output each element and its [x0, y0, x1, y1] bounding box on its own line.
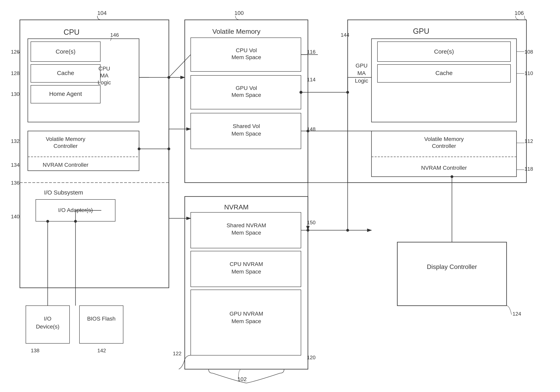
cpu-ma-logic-label: CPU	[98, 66, 110, 72]
ref-134: 134	[11, 162, 20, 168]
ref-108: 108	[524, 49, 533, 55]
ref-116: 116	[307, 49, 315, 55]
cpu-vol-mem-space-label2: Mem Space	[231, 54, 261, 60]
cpu-vol-mem-space-label: CPU Vol	[236, 47, 257, 53]
svg-point-51	[46, 220, 49, 223]
gpu-vol-mem-space-label2: Mem Space	[231, 92, 261, 98]
io-subsystem-label: I/O Subsystem	[44, 189, 83, 196]
cpu-cache-label: Cache	[57, 70, 74, 76]
ref-100: 100	[234, 10, 244, 16]
ref-124: 124	[512, 311, 521, 317]
svg-rect-27	[397, 242, 507, 306]
ref-128: 128	[11, 70, 20, 76]
gpu-ma-logic-label3: Logic	[355, 78, 368, 84]
shared-nvram-mem-space-label: Shared NVRAM	[226, 222, 266, 229]
ref-138: 138	[31, 348, 39, 354]
ref-144: 144	[341, 32, 349, 38]
svg-rect-12	[80, 306, 123, 343]
ref-120: 120	[307, 354, 315, 360]
gpu-nvram-mem-space-label2: Mem Space	[231, 318, 261, 324]
shared-vol-mem-space-label2: Mem Space	[231, 131, 261, 137]
ref-146: 146	[110, 32, 119, 38]
svg-point-49	[450, 175, 453, 178]
ref-114: 114	[307, 76, 315, 83]
shared-vol-mem-space-label: Shared Vol	[233, 123, 260, 129]
gpu-vol-mem-ctrl-label2: Controller	[432, 143, 456, 149]
ref-112: 112	[524, 138, 533, 144]
display-controller-label: Display Controller	[427, 263, 477, 270]
shared-nvram-mem-space-label2: Mem Space	[231, 230, 261, 236]
gpu-vol-mem-ctrl-label: Volatile Memory	[424, 136, 464, 142]
ref-140: 140	[11, 214, 20, 220]
io-device-label: I/O	[44, 316, 51, 322]
ref-130: 130	[11, 91, 20, 97]
ref-142: 142	[97, 348, 106, 354]
cpu-nvram-mem-space-label2: Mem Space	[231, 268, 261, 275]
ref-126: 126	[11, 49, 20, 55]
svg-point-53	[74, 220, 77, 223]
nvram-label: NVRAM	[224, 203, 249, 211]
cpu-cores-label: Core(s)	[56, 48, 75, 55]
cpu-ma-logic-label3: Logic	[98, 79, 111, 86]
svg-point-56	[307, 229, 309, 232]
gpu-nvram-mem-space-label: GPU NVRAM	[230, 311, 263, 317]
gpu-cache-label: Cache	[435, 70, 453, 76]
cpu-home-agent-label: Home Agent	[49, 90, 82, 97]
volatile-memory-label: Volatile Memory	[212, 28, 260, 35]
ref-136: 136	[11, 180, 20, 186]
gpu-cores-label: Core(s)	[434, 48, 454, 55]
gpu-vol-mem-space-label: GPU Vol	[236, 85, 257, 91]
ref-122: 122	[173, 351, 181, 356]
cpu-nvram-mem-space-label: CPU NVRAM	[230, 261, 263, 267]
io-device-label2: Device(s)	[36, 324, 60, 330]
gpu-ma-logic-label: GPU	[356, 63, 368, 69]
ref-104: 104	[97, 10, 107, 16]
svg-point-46	[346, 91, 349, 94]
cpu-ma-logic-label2: MA	[100, 72, 109, 79]
gpu-ma-logic-label2: MA	[357, 70, 366, 76]
ref-118: 118	[524, 166, 533, 172]
ref-132: 132	[11, 138, 20, 144]
cpu-label: CPU	[64, 28, 80, 36]
ref-150: 150	[307, 220, 315, 225]
svg-point-64	[168, 147, 170, 150]
cpu-nvram-ctrl-label: NVRAM Controller	[43, 162, 88, 168]
gpu-nvram-ctrl-label: NVRAM Controller	[421, 165, 467, 171]
gpu-label: GPU	[413, 27, 429, 35]
ref-106: 106	[514, 10, 524, 16]
bios-flash-label: BIOS Flash	[87, 316, 115, 322]
cpu-vol-mem-ctrl-label2: Controller	[53, 143, 78, 149]
cpu-vol-mem-ctrl-label: Volatile Memory	[46, 136, 85, 142]
ref-110: 110	[524, 70, 533, 76]
